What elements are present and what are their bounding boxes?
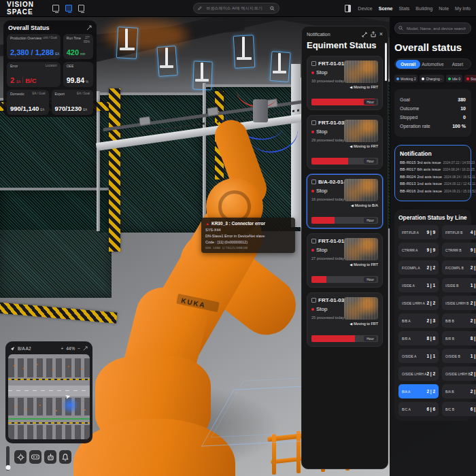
error-tooltip-title-row: ▲ KR30_3 : Connector error <box>205 221 291 226</box>
menu-item-myinfo[interactable]: My Info <box>455 6 471 11</box>
locate-button[interactable] <box>14 450 27 464</box>
expand-icon[interactable] <box>83 346 88 351</box>
hour-button[interactable]: Hour <box>364 218 377 223</box>
camera-thumbnail[interactable] <box>344 238 378 260</box>
overview-tabs: Overall Automotive Asset <box>394 58 471 69</box>
line-cell[interactable]: FRT/FLR B4 | 4 <box>442 225 476 239</box>
line-cell[interactable]: CTR/RR B9 | 9 <box>442 243 476 257</box>
line-cell[interactable]: I/SIDE B1 | 1 <box>442 278 476 292</box>
global-search-input[interactable] <box>205 5 267 11</box>
alerts-button[interactable] <box>59 450 71 464</box>
line-cell[interactable]: I/SIDE A1 | 1 <box>398 278 439 292</box>
resize-icon[interactable] <box>362 32 367 37</box>
line-cell[interactable]: CTR/RR A9 | 9 <box>398 243 439 257</box>
share-icon[interactable] <box>371 31 376 37</box>
vertical-slider[interactable] <box>6 446 10 471</box>
vr-button[interactable] <box>29 450 41 464</box>
hour-button[interactable]: Hour <box>364 99 377 105</box>
line-cell[interactable]: B/B A2 | 3 <box>398 313 439 328</box>
device-search-input[interactable] <box>405 26 467 31</box>
tab-automotive[interactable]: Automotive <box>420 60 445 69</box>
checkbox[interactable] <box>311 120 316 125</box>
idle-chip[interactable]: Idle 0 <box>446 75 462 82</box>
camera-thumbnail[interactable] <box>344 297 378 320</box>
minimap-map[interactable]: ➤ <box>8 354 90 439</box>
oee-unit: % <box>86 80 88 84</box>
checkbox[interactable] <box>311 61 316 66</box>
app-logo: VISION SPACE <box>7 1 46 16</box>
production-overview-card: Production Overview unit / Goal 2,380 / … <box>7 34 61 59</box>
tab-overall[interactable]: Overall <box>396 60 420 69</box>
line-cell[interactable]: B/C A6 | 6 <box>398 402 439 416</box>
line-cell[interactable]: O/SIDE A1 | 1 <box>398 349 439 363</box>
expand-icon[interactable] <box>86 25 92 31</box>
line-cell[interactable]: B/C B6 | 6 <box>442 402 476 416</box>
oee-card: OEE 99.84 % <box>63 62 93 87</box>
menu-item-stats[interactable]: Stats <box>398 6 409 11</box>
domestic-value: 990/1,140 <box>10 105 39 112</box>
close-icon[interactable]: × <box>379 31 383 37</box>
checkbox[interactable] <box>311 180 316 184</box>
working-chip[interactable]: Working 2 <box>394 75 418 82</box>
notification-title: Notification <box>400 150 466 157</box>
zoom-out-button[interactable]: − <box>78 346 80 351</box>
equipment-card[interactable]: FRT-01-03-A i Stop 29 processed today ◀ … <box>307 115 383 169</box>
hour-button[interactable]: Hour <box>364 336 377 341</box>
menu-item-note[interactable]: Note <box>439 6 449 11</box>
notification-row[interactable]: BB-R016 2nd axis issue2024.09.21 / 15:31… <box>400 189 466 193</box>
menu-item-device[interactable]: Device <box>358 6 372 11</box>
menu-item-scene[interactable]: Scene <box>379 6 393 11</box>
production-status-panel: Overall Status Production Overview unit … <box>3 20 97 117</box>
hour-button[interactable]: Hour <box>364 158 377 164</box>
line-cell[interactable]: I/SIDE LHRH A2 | 2 <box>398 296 439 310</box>
line-cell[interactable]: O/SIDE LHRH A2 | 2 <box>398 367 439 381</box>
equipment-card[interactable]: FRT-01-03-B i Stop 25 processed today ◀ … <box>307 292 383 347</box>
line-cell[interactable]: I/SIDE LHRH B2 | 2 <box>442 296 476 310</box>
camera-thumbnail[interactable] <box>344 179 378 201</box>
status-dot <box>311 249 314 252</box>
notification-row[interactable]: BB-R015 3rd axis issue2024.07.22 / 14:55… <box>400 160 466 165</box>
line-cell[interactable]: FRT/FLR A9 | 9 <box>398 225 439 239</box>
display-active-icon[interactable] <box>65 5 72 12</box>
line-cell[interactable]: B/A B2 | 2 <box>442 384 476 398</box>
charging-chip[interactable]: Charging - <box>420 75 443 82</box>
panel-toggle-icon[interactable] <box>345 5 351 12</box>
pencil-icon <box>198 6 202 10</box>
line-cell[interactable]: O/SIDE B1 | 1 <box>442 349 476 363</box>
camera-thumbnail[interactable] <box>344 61 378 83</box>
equipment-card[interactable]: FRT-01-01-A i Stop 33 processed today ◀ … <box>307 56 383 110</box>
equipment-card-selected[interactable]: B/A-02-01-A i Stop 16 processed today ◀ … <box>307 174 383 228</box>
line-cell[interactable]: F/COMPL A2 | 2 <box>398 260 439 275</box>
checkbox[interactable] <box>311 239 316 243</box>
tab-asset[interactable]: Asset <box>445 60 470 69</box>
menu-item-building[interactable]: Building <box>415 6 432 11</box>
export-value: 970/1230 <box>55 105 82 112</box>
line-cell[interactable]: B/B B2 | 3 <box>442 313 476 328</box>
gripper <box>242 37 245 58</box>
notification-row[interactable]: BB-R024 2nd axis issue2024.08.24 / 16:52… <box>400 175 466 179</box>
line-cell-active[interactable]: B/A A2 | 2 <box>398 384 439 398</box>
progress-fill <box>311 276 326 283</box>
display-icon[interactable] <box>52 5 59 12</box>
notification-row[interactable]: BB-R013 1nd axis issue2024.09.12 / 12:42… <box>400 182 466 186</box>
line-cell[interactable]: F/COMPL B2 | 2 <box>442 260 476 275</box>
scrollbar-thumb[interactable] <box>385 43 387 81</box>
line-cell[interactable]: O/SIDE LHRH B2 | 2 <box>442 367 476 381</box>
stopped-chip[interactable]: Stopped 6 <box>464 75 476 82</box>
notification-row[interactable]: BB-R017 6th axis issue2024.08.24 / 16:21… <box>400 167 466 171</box>
summary-card: Goal380 Outcome10 Stopped0 Operation rat… <box>394 89 471 137</box>
robot-button[interactable] <box>44 450 56 464</box>
summary-label: Stopped <box>400 115 418 120</box>
zoom-in-button[interactable]: + <box>61 346 63 351</box>
equipment-card[interactable]: FRT-01-01-B i Stop 27 processed today ◀ … <box>307 233 383 288</box>
camera-thumbnail[interactable] <box>344 120 378 142</box>
display-secondary-icon[interactable] <box>78 5 85 12</box>
slider-knob[interactable] <box>5 465 10 470</box>
line-cell[interactable]: B/R B8 | 8 <box>442 331 476 345</box>
equipment-status: Stop <box>316 129 327 135</box>
checkbox[interactable] <box>311 298 316 303</box>
line-cell[interactable]: B/R A8 | 8 <box>398 331 439 345</box>
progress-bar: Hour <box>311 217 378 224</box>
hour-button[interactable]: Hour <box>364 277 377 282</box>
rail-trolley <box>139 116 151 126</box>
